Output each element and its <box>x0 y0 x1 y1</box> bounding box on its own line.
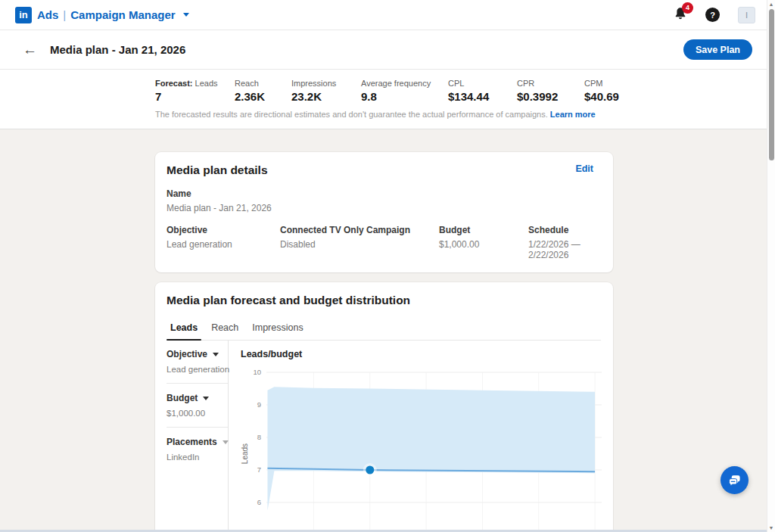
stat-cpl: CPL $134.44 <box>448 79 517 103</box>
field-name: Name Media plan - Jan 21, 2026 <box>167 188 601 213</box>
media-plan-details-card: Media plan details Edit Name Media plan … <box>155 152 613 272</box>
vertical-scrollbar[interactable]: ▲ ▼ <box>767 0 775 532</box>
page-title: Media plan - Jan 21, 2026 <box>50 43 185 56</box>
filter-label: Placements <box>167 437 217 447</box>
filter-dropdown-budget[interactable]: Budget <box>167 393 223 403</box>
card-title: Media plan details <box>167 163 268 177</box>
forecast-disclaimer: The forecasted results are directional e… <box>155 110 775 119</box>
tab-impressions[interactable]: Impressions <box>248 318 307 340</box>
field-schedule: Schedule 1/22/2026 — 2/22/2026 <box>528 225 601 260</box>
chat-fab-button[interactable] <box>721 466 749 494</box>
details-grid: Objective Lead generation Connected TV O… <box>167 225 601 260</box>
linkedin-logo-icon[interactable]: in <box>15 7 32 23</box>
top-navigation-bar: in Ads | Campaign Manager 4 ? I <box>0 0 775 30</box>
field-label: Name <box>167 188 601 199</box>
field-label: Objective <box>167 225 280 235</box>
app-name: Campaign Manager <box>70 8 175 21</box>
help-button[interactable]: ? <box>705 8 720 22</box>
scrollbar-thumb[interactable] <box>769 9 774 160</box>
stat-value: 7 <box>155 90 235 103</box>
stat-value: 9.8 <box>361 90 448 103</box>
forecast-summary-bar: Forecast: Leads 7 Reach 2.36K Impression… <box>0 70 775 129</box>
scrollbar-up-arrow-icon[interactable]: ▲ <box>767 2 775 7</box>
field-value: $1,000.00 <box>439 239 528 250</box>
learn-more-link[interactable]: Learn more <box>550 110 596 119</box>
forecast-distribution-card: Media plan forecast and budget distribut… <box>155 282 613 532</box>
forecast-chart-area: Leads/budget 5001K1.5K2K2.5K3K1098765Bud… <box>229 341 605 532</box>
filter-label: Budget <box>167 393 198 403</box>
save-plan-button[interactable]: Save Plan <box>683 39 752 60</box>
field-value: Media plan - Jan 21, 2026 <box>167 203 601 213</box>
topbar-actions: 4 ? I <box>674 7 755 23</box>
scrollbar-down-arrow-icon[interactable]: ▼ <box>767 525 775 530</box>
question-mark-icon: ? <box>710 11 715 20</box>
disclaimer-text: The forecasted results are directional e… <box>155 110 548 119</box>
back-button[interactable]: ← <box>23 42 37 57</box>
filter-value: LinkedIn <box>167 453 223 462</box>
stat-label: Reach <box>235 79 291 88</box>
chevron-down-icon <box>223 440 229 444</box>
stat-value: 2.36K <box>235 90 291 103</box>
avatar[interactable]: I <box>738 7 755 23</box>
field-value: 1/22/2026 — 2/22/2026 <box>528 239 601 260</box>
field-label: Budget <box>439 225 528 235</box>
stat-reach: Reach 2.36K <box>235 79 291 103</box>
stat-leads: Forecast: Leads 7 <box>155 79 235 103</box>
leads-budget-chart[interactable]: 5001K1.5K2K2.5K3K1098765BudgetLeads <box>241 363 605 532</box>
filter-budget: Budget $1,000.00 <box>167 383 228 427</box>
field-connected-tv: Connected TV Only Campaign Disabled <box>280 225 439 260</box>
stat-cpr: CPR $0.3992 <box>517 79 584 103</box>
product-name: Ads <box>37 8 58 21</box>
field-label: Schedule <box>528 225 601 235</box>
notifications-button[interactable]: 4 <box>674 7 687 23</box>
stat-label: CPR <box>517 79 584 88</box>
app-brand[interactable]: Ads | Campaign Manager <box>37 8 189 21</box>
svg-text:10: 10 <box>253 368 261 376</box>
svg-text:Leads: Leads <box>241 443 249 464</box>
stat-label: CPM <box>584 79 619 88</box>
forecast-stats-row: Forecast: Leads 7 Reach 2.36K Impression… <box>155 79 775 103</box>
edit-link[interactable]: Edit <box>575 163 593 174</box>
stat-average-frequency: Average frequency 9.8 <box>361 79 448 103</box>
svg-text:7: 7 <box>257 465 261 474</box>
filter-placements: Placements LinkedIn <box>167 427 228 471</box>
stat-label: Leads <box>193 79 218 88</box>
stat-value: 23.2K <box>291 90 361 103</box>
metric-tabs: Leads Reach Impressions <box>167 318 601 341</box>
chevron-down-icon <box>203 397 209 400</box>
field-objective: Objective Lead generation <box>167 225 280 260</box>
filter-objective: Objective Lead generation <box>167 349 228 383</box>
chart-title: Leads/budget <box>241 349 605 359</box>
stat-impressions: Impressions 23.2K <box>291 79 361 103</box>
filter-value: $1,000.00 <box>167 409 223 418</box>
forecast-filter-panel: Objective Lead generation Budget $1,000.… <box>167 341 229 532</box>
stat-label: Impressions <box>291 79 361 88</box>
page-content: Media plan details Edit Name Media plan … <box>0 129 775 532</box>
field-budget: Budget $1,000.00 <box>439 225 528 260</box>
field-label: Connected TV Only Campaign <box>280 225 439 235</box>
card-title: Media plan forecast and budget distribut… <box>167 294 410 307</box>
stat-label-prefix: Forecast: <box>155 79 193 88</box>
stat-value: $0.3992 <box>517 90 584 103</box>
chevron-down-icon <box>183 13 189 17</box>
page-title-bar: ← Media plan - Jan 21, 2026 Save Plan <box>0 30 775 70</box>
filter-label: Objective <box>167 349 207 359</box>
stat-value: $40.69 <box>584 90 619 103</box>
filter-dropdown-placements[interactable]: Placements <box>167 437 223 447</box>
stat-label: CPL <box>448 79 517 88</box>
brand-separator: | <box>63 8 66 21</box>
tab-leads[interactable]: Leads <box>167 318 201 340</box>
stat-label: Average frequency <box>361 79 448 88</box>
chat-bubbles-icon <box>727 473 742 487</box>
stat-cpm: CPM $40.69 <box>584 79 619 103</box>
field-value: Lead generation <box>167 239 280 250</box>
notification-count-badge: 4 <box>682 2 693 14</box>
svg-text:6: 6 <box>257 498 261 506</box>
stat-value: $134.44 <box>448 90 517 103</box>
svg-text:8: 8 <box>257 433 261 441</box>
avatar-initial: I <box>745 11 748 20</box>
filter-value: Lead generation <box>167 365 223 374</box>
filter-dropdown-objective[interactable]: Objective <box>167 349 223 359</box>
field-value: Disabled <box>280 239 439 250</box>
tab-reach[interactable]: Reach <box>207 318 242 340</box>
